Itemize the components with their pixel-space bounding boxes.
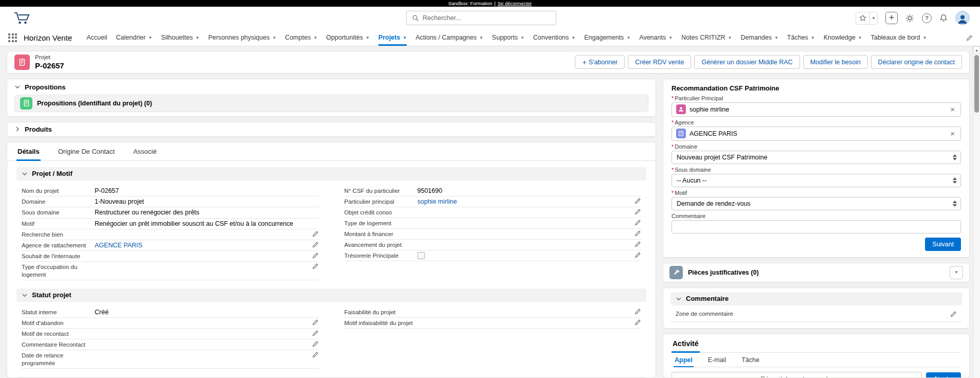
nav-tab[interactable]: Calendrier ▼ — [116, 29, 153, 46]
nav-tab[interactable]: Demandes ▼ — [740, 29, 778, 46]
chevron-down-icon[interactable]: ▼ — [313, 35, 317, 40]
field-value[interactable]: sophie mirline — [418, 197, 632, 206]
details-tab[interactable]: Associé — [132, 142, 158, 161]
agence-lookup-pill[interactable]: AGENCE PARIS × — [672, 127, 961, 141]
edit-pencil-icon[interactable] — [634, 219, 641, 226]
chevron-down-icon[interactable]: ▼ — [774, 35, 778, 40]
section-projet-motif[interactable]: Projet / Motif — [16, 167, 646, 181]
chevron-down-icon[interactable]: ▼ — [520, 35, 524, 40]
nav-tab[interactable]: Avenants ▼ — [639, 29, 673, 46]
chevron-down-icon[interactable]: ▼ — [366, 35, 370, 40]
global-search[interactable] — [406, 11, 556, 25]
logout-link[interactable]: Se déconnecter — [498, 1, 532, 6]
field-value[interactable]: AGENCE PARIS — [95, 241, 309, 249]
chevron-down-icon[interactable]: ▼ — [811, 35, 815, 40]
nav-tab[interactable]: Notes CRITIZR ▼ — [681, 29, 732, 46]
edit-page-pencil-icon[interactable] — [966, 34, 973, 41]
nav-tab[interactable]: Accueil — [86, 29, 107, 46]
section-informations-complementaires[interactable]: Information complémentaires du projet — [16, 377, 646, 377]
details-tab[interactable]: Détails — [16, 142, 41, 161]
chevron-down-icon[interactable]: ▼ — [403, 35, 407, 40]
edit-pencil-icon[interactable] — [312, 241, 319, 248]
edit-pencil-icon[interactable] — [634, 208, 641, 215]
chevron-down-icon[interactable]: ▼ — [858, 35, 862, 40]
nav-tab[interactable]: Silhouettes ▼ — [161, 29, 199, 46]
remove-x-icon[interactable]: × — [949, 105, 956, 114]
propositions-related-list[interactable]: Propositions (Identifiant du projet) (0) — [14, 95, 648, 112]
call-composer-input[interactable] — [672, 372, 922, 378]
chevron-down-icon[interactable]: ▼ — [626, 35, 630, 40]
activity-tab[interactable]: E-mail — [707, 353, 727, 367]
edit-pencil-icon[interactable] — [312, 319, 319, 326]
edit-pencil-icon[interactable] — [312, 252, 319, 259]
edit-pencil-icon[interactable] — [312, 340, 319, 347]
nav-tab[interactable]: Knowledge ▼ — [824, 29, 862, 46]
nav-tab[interactable]: Projets ▼ — [378, 29, 407, 46]
nav-tab[interactable]: Personnes physiques ▼ — [208, 29, 276, 46]
user-avatar[interactable] — [955, 11, 970, 25]
domaine-select[interactable]: Nouveau projet CSF Patrimoine — [672, 151, 961, 164]
nav-tab[interactable]: Comptes ▼ — [285, 29, 317, 46]
activity-tab[interactable]: Appel — [674, 353, 694, 367]
edit-pencil-icon[interactable] — [634, 197, 641, 204]
chevron-down-icon[interactable]: ▼ — [479, 35, 483, 40]
chevron-down-icon[interactable]: ▼ — [195, 35, 199, 40]
nav-tab[interactable]: Engagements ▼ — [584, 29, 630, 46]
setup-gear-icon[interactable] — [905, 14, 914, 23]
record-action-button[interactable]: Créer RDV vente — [628, 55, 691, 69]
field-label: Agence de rattachement — [22, 241, 95, 249]
edit-pencil-icon[interactable] — [312, 351, 319, 358]
activity-title-tab[interactable]: Activité — [672, 339, 700, 353]
scrollbar-up-arrow[interactable]: ▲ — [973, 46, 980, 53]
record-action-button[interactable]: Déclarer origine de contact — [871, 55, 962, 69]
chevron-down-icon[interactable]: ▼ — [571, 35, 575, 40]
commentaire-input[interactable] — [672, 220, 961, 233]
section-statut-projet[interactable]: Statut projet — [16, 289, 646, 302]
record-action-button[interactable]: Générer un dossier Middle RAC — [694, 55, 800, 69]
commentaire-section-header[interactable]: Commentaire — [670, 292, 962, 305]
nav-tab[interactable]: Tâches ▼ — [787, 29, 815, 46]
details-tab[interactable]: Origine De Contact — [57, 142, 116, 161]
edit-pencil-icon[interactable] — [950, 311, 957, 317]
app-launcher-waffle-icon[interactable] — [8, 33, 17, 42]
favorites-star-icon[interactable] — [856, 12, 869, 24]
chevron-down-icon[interactable]: ▼ — [272, 35, 276, 40]
scrollbar-thumb[interactable] — [974, 55, 979, 113]
motif-select[interactable]: Demande de rendez-vous — [672, 197, 961, 210]
remove-x-icon[interactable]: × — [949, 129, 956, 138]
record-action-button[interactable]: + S'abonner — [575, 55, 625, 69]
edit-pencil-icon[interactable] — [634, 319, 641, 326]
page-scrollbar[interactable]: ▲ — [973, 46, 980, 378]
global-actions-plus-icon[interactable]: + — [885, 12, 898, 24]
nav-tab[interactable]: Supports ▼ — [492, 29, 524, 46]
chevron-down-icon[interactable]: ▼ — [148, 35, 152, 40]
checkbox-unchecked[interactable] — [418, 252, 425, 259]
notifications-bell-icon[interactable] — [939, 14, 948, 22]
activity-tab[interactable]: Tâche — [740, 353, 760, 367]
edit-pencil-icon[interactable] — [634, 308, 641, 315]
edit-pencil-icon[interactable] — [312, 230, 319, 237]
favorites-caret-icon[interactable]: ▼ — [869, 12, 877, 24]
help-icon[interactable]: ? — [922, 13, 932, 23]
produits-section-header[interactable]: Produits — [14, 125, 648, 133]
edit-pencil-icon[interactable] — [634, 241, 641, 247]
expand-caret-button[interactable]: ▼ — [950, 266, 963, 279]
edit-pencil-icon[interactable] — [634, 251, 641, 258]
propositions-section-header[interactable]: Propositions — [14, 83, 648, 91]
nav-tab[interactable]: Opportunités ▼ — [326, 29, 370, 46]
ajouter-button[interactable]: Ajouter — [926, 372, 961, 378]
nav-tab[interactable]: Tableaux de bord ▼ — [871, 29, 927, 46]
search-input[interactable] — [423, 14, 551, 22]
edit-pencil-icon[interactable] — [312, 330, 319, 336]
edit-pencil-icon[interactable] — [634, 230, 641, 237]
chevron-down-icon[interactable]: ▼ — [668, 35, 673, 40]
nav-tab[interactable]: Actions / Campagnes ▼ — [415, 29, 483, 46]
suivant-button[interactable]: Suivant — [925, 238, 961, 251]
chevron-down-icon[interactable]: ▼ — [922, 35, 927, 40]
record-action-button[interactable]: Modifier le besoin — [803, 55, 868, 69]
edit-pencil-icon[interactable] — [312, 263, 319, 269]
chevron-down-icon[interactable]: ▼ — [728, 35, 732, 40]
nav-tab[interactable]: Conventions ▼ — [533, 29, 575, 46]
particulier-lookup-pill[interactable]: sophie mirline × — [672, 102, 961, 117]
sous-domaine-select[interactable]: -- Aucun -- — [672, 174, 961, 187]
